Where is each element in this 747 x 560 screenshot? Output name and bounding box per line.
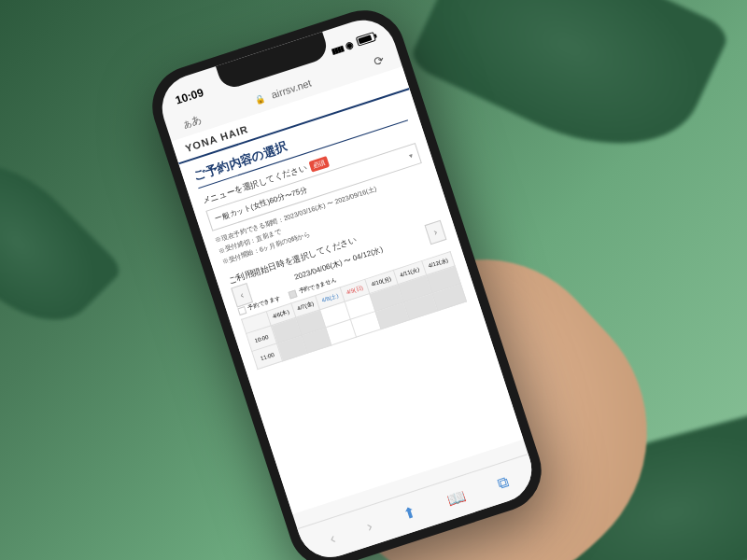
forward-icon[interactable]: › xyxy=(364,517,374,535)
required-badge: 必須 xyxy=(308,156,330,173)
page-content: YONA HAIR ご予約内容の選択 メニューを選択してください 必須 一般カッ… xyxy=(172,66,524,514)
bookmarks-icon[interactable]: 📖 xyxy=(445,486,469,509)
signal-icon xyxy=(330,41,345,57)
wifi-icon xyxy=(344,37,356,52)
battery-icon xyxy=(356,32,376,47)
lock-icon: 🔒 xyxy=(253,93,266,105)
legend-unavailable-box xyxy=(288,289,297,299)
legend-available-box xyxy=(237,306,247,315)
refresh-icon[interactable]: ⟳ xyxy=(373,52,387,69)
share-icon[interactable]: ⬆ xyxy=(402,503,418,524)
status-time: 10:09 xyxy=(174,86,205,107)
tabs-icon[interactable]: ⧉ xyxy=(495,473,510,493)
back-icon[interactable]: ‹ xyxy=(328,529,338,547)
text-size-control[interactable]: ぁあ xyxy=(179,111,204,131)
